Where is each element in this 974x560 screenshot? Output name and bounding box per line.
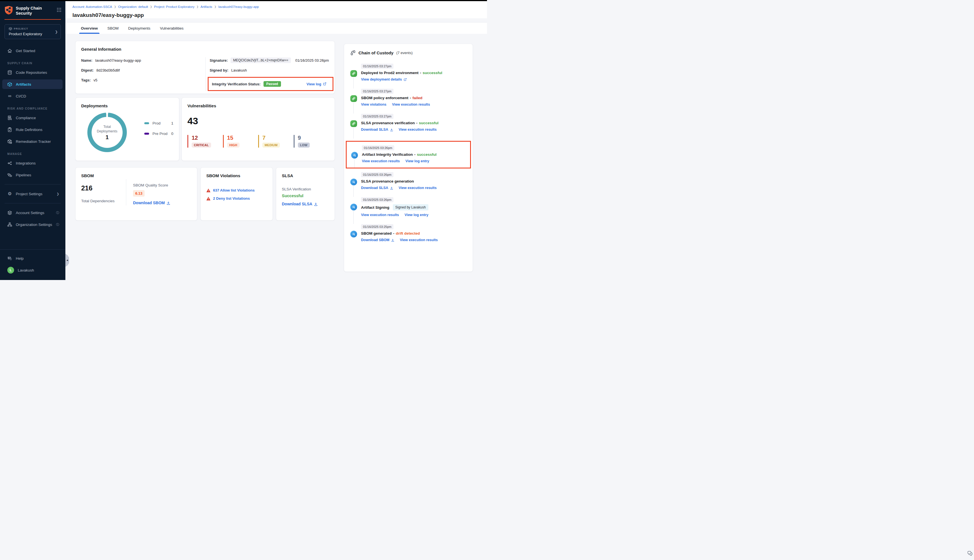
view-log-entry-link[interactable]: View log entry: [405, 213, 429, 217]
breadcrumb: Account: Automation-SSCA❯ Organization: …: [72, 5, 487, 8]
sidebar-user[interactable]: L Lavakush: [2, 265, 63, 275]
sidebar-item-get-started[interactable]: Get Started: [2, 46, 63, 55]
slsa-verification-label: SLSA Verification: [282, 187, 329, 191]
event-timestamp: 01/16/2025 03:26pm: [361, 197, 394, 202]
sidebar-item-cicd[interactable]: ∞ CI/CD: [2, 91, 63, 101]
breadcrumb-project[interactable]: Project: Product Exploratory: [154, 5, 195, 8]
event-title: SLSA provenance generation: [361, 179, 414, 183]
legend-item-preprod: Pre Prod 0: [144, 132, 173, 136]
apps-grid-icon[interactable]: [57, 7, 62, 12]
breadcrumb-separator-icon: ❯: [214, 5, 217, 8]
sidebar: Supply Chain Security PROJECT Product Ex…: [0, 1, 65, 280]
view-execution-results-link[interactable]: View execution results: [400, 238, 438, 242]
sidebar-item-compliance[interactable]: Compliance: [2, 113, 63, 123]
breadcrumb-separator-icon: ❯: [197, 5, 199, 8]
severity-badge: MEDIUM: [262, 143, 280, 148]
event-title: Deployed to Prod2 environment: [361, 71, 419, 75]
sidebar-item-account-settings[interactable]: Account Settings ⓘ: [2, 208, 63, 217]
event-status: successful: [417, 152, 437, 157]
coc-event-highlight: 01/16/2025 03:26pm Artifact Integrity Ve…: [346, 141, 471, 168]
coc-event: 01/16/2025 03:27pm SLSA provenance verif…: [350, 113, 467, 138]
view-violations-link[interactable]: View violations: [361, 103, 386, 107]
sidebar-item-remediation-tracker[interactable]: Remediation Tracker: [2, 137, 63, 146]
view-deployment-details-link[interactable]: View deployment details: [361, 77, 407, 82]
download-sbom-link[interactable]: Download SBOM: [133, 200, 170, 205]
sbom-violations-card: SBOM Violations 637 Allow list Violation…: [200, 167, 273, 220]
sidebar-item-organization-settings[interactable]: Organization Settings ⓘ: [2, 220, 63, 229]
allow-list-violations-link[interactable]: 637 Allow list Violations: [213, 188, 255, 192]
chain-link-icon: [352, 122, 356, 126]
event-title: SBOM generated: [361, 231, 392, 235]
download-icon: [390, 128, 393, 131]
top-strip: [0, 0, 487, 1]
view-execution-results-link[interactable]: View execution results: [361, 213, 399, 217]
sidebar-item-project-settings[interactable]: ⚙ Project Settings ❯: [2, 189, 63, 198]
sidebar-item-help[interactable]: ? Help: [2, 253, 63, 263]
breadcrumb-current[interactable]: lavakush07/easy-buggy-app: [218, 5, 259, 8]
chevron-right-icon: ❯: [55, 30, 58, 34]
breadcrumb-organization[interactable]: Organization: default: [118, 5, 148, 8]
donut-center-label: Total Deployments: [94, 125, 120, 133]
info-icon: ⓘ: [56, 223, 59, 227]
deployments-legend: Prod 1 Pre Prod 0: [144, 121, 173, 142]
page-title: lavakush07/easy-buggy-app: [72, 12, 487, 18]
svg-text:?: ?: [9, 256, 10, 259]
breadcrumb-account[interactable]: Account: Automation-SSCA: [72, 5, 112, 8]
download-icon: [314, 202, 318, 206]
signature-value[interactable]: MEQCICde2VjIT...bL+2+mqnOXw==: [230, 57, 290, 63]
home-icon: [7, 48, 12, 53]
event-status: successful: [419, 121, 439, 125]
tab-deployments[interactable]: Deployments: [127, 23, 152, 34]
sidebar-item-label: Get Started: [16, 49, 35, 53]
tags-label: Tags:: [81, 78, 91, 82]
download-slsa-link[interactable]: Download SLSA: [282, 202, 318, 206]
tab-vulnerabilities[interactable]: Vulnerabilities: [158, 23, 185, 34]
sidebar-item-integrations[interactable]: Integrations: [2, 158, 63, 168]
donut-center-value: 1: [105, 134, 108, 140]
view-log-entry-link[interactable]: View log entry: [405, 159, 430, 163]
deny-list-violations-link[interactable]: 2 Deny list Violations: [213, 196, 250, 200]
slsa-card: SLSA SLSA Verification Successful Downlo…: [276, 167, 335, 220]
app-logo-shield-icon: [5, 6, 13, 15]
view-execution-results-link[interactable]: View execution results: [399, 128, 437, 132]
view-log-link[interactable]: View log: [307, 82, 327, 86]
project-label: PROJECT: [14, 27, 28, 30]
view-execution-results-link[interactable]: View execution results: [399, 186, 437, 190]
breadcrumb-artifacts[interactable]: Artifacts: [201, 5, 212, 8]
integrity-label: Integrity Verification Status:: [212, 82, 261, 86]
sidebar-item-label: Help: [16, 256, 24, 260]
scan-magnifier-icon: [353, 153, 357, 157]
external-link-icon: [323, 82, 326, 86]
sidebar-item-label: Remediation Tracker: [16, 140, 51, 144]
app-logo-row: Supply Chain Security: [0, 1, 65, 16]
view-execution-results-link[interactable]: View execution results: [362, 159, 400, 163]
sidebar-item-label: Account Settings: [16, 211, 44, 215]
content: General Information Name:lavakush07/easy…: [65, 34, 487, 272]
help-chat-icon: ?: [7, 256, 12, 261]
sidebar-item-rule-definitions[interactable]: Rule Definitions: [2, 125, 63, 134]
download-sbom-link[interactable]: Download SBOM: [361, 238, 394, 242]
tab-sbom[interactable]: SBOM: [106, 23, 120, 34]
download-icon: [390, 187, 393, 190]
project-selector[interactable]: PROJECT Product Exploratory ❯: [5, 24, 61, 39]
download-slsa-link[interactable]: Download SLSA: [361, 186, 393, 190]
signature-date: 01/16/2025 03:26pm: [295, 58, 329, 63]
accent-rule: [5, 19, 61, 20]
sidebar-item-pipelines[interactable]: Pipelines: [2, 170, 63, 180]
coc-event: 01/16/2025 03:27pm SBOM policy enforceme…: [350, 88, 467, 113]
download-icon: [167, 201, 170, 205]
warning-triangle-icon: [206, 188, 210, 192]
view-execution-results-link[interactable]: View execution results: [392, 103, 430, 107]
sidebar-item-artifacts[interactable]: Artifacts: [2, 80, 63, 89]
name-label: Name:: [81, 58, 92, 63]
scan-magnifier-icon: [352, 180, 356, 184]
sidebar-item-label: Rule Definitions: [16, 128, 43, 132]
sidebar-bottom: ? Help L Lavakush: [0, 249, 65, 280]
header: Account: Automation-SSCA❯ Organization: …: [65, 1, 487, 18]
download-slsa-link[interactable]: Download SLSA: [361, 128, 393, 132]
sidebar-divider: [5, 184, 61, 185]
section-label-supply-chain: SUPPLY CHAIN: [7, 62, 65, 65]
sidebar-item-code-repositories[interactable]: Code Repositories: [2, 68, 63, 77]
tab-overview[interactable]: Overview: [79, 23, 100, 34]
external-link-icon: [404, 78, 407, 81]
